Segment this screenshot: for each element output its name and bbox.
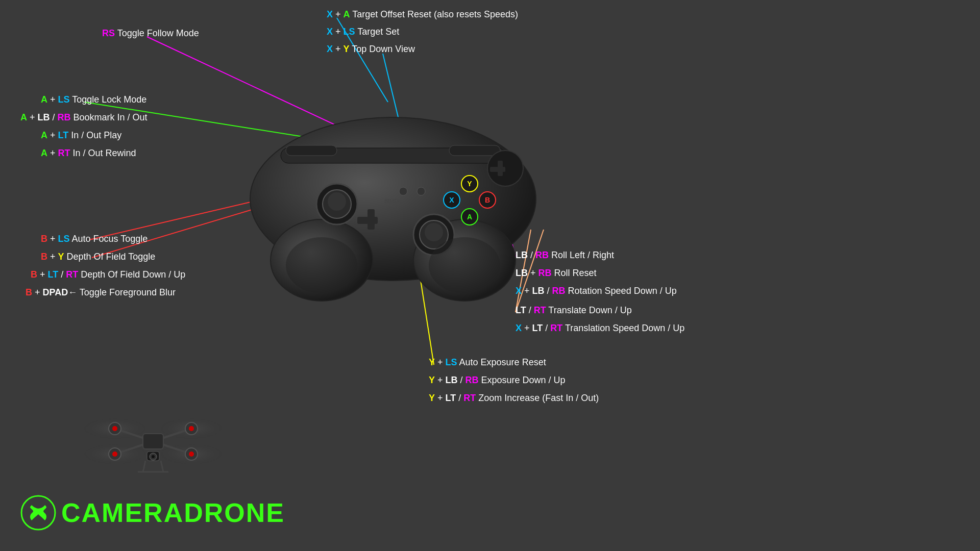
brand-text: CAMERADRONE xyxy=(61,497,285,528)
svg-point-31 xyxy=(399,187,407,195)
annotation-alb-rb-bookmark: A + LB / RB Bookmark In / Out xyxy=(20,112,148,123)
svg-text:A: A xyxy=(467,213,472,221)
svg-text:X: X xyxy=(449,196,454,204)
annotation-x-lt-rt-translation: X + LT / RT Translation Speed Down / Up xyxy=(516,323,684,334)
svg-point-54 xyxy=(112,426,117,431)
annotation-blt-rt-dof: B + LT / RT Depth Of Field Down / Up xyxy=(31,269,185,280)
annotation-y-lt-rt-zoom: Y + LT / RT Zoom Increase (Fast In / Out… xyxy=(429,393,599,404)
svg-rect-34 xyxy=(449,145,500,156)
annotation-by-dof: B + Y Depth Of Field Toggle xyxy=(41,252,155,262)
svg-line-63 xyxy=(161,461,163,472)
svg-point-20 xyxy=(425,223,443,241)
svg-rect-37 xyxy=(490,167,505,172)
brand-area: CAMERADRONE xyxy=(20,495,285,531)
svg-text:Pro 2: Pro 2 xyxy=(387,206,399,211)
svg-rect-33 xyxy=(286,145,337,156)
drone-image xyxy=(77,388,230,500)
svg-rect-30 xyxy=(357,217,378,224)
svg-point-17 xyxy=(328,192,346,211)
svg-point-57 xyxy=(189,452,194,457)
annotation-yls-exposure-reset: Y + LS Auto Exposure Reset xyxy=(429,357,546,368)
svg-text:Y: Y xyxy=(467,180,472,188)
annotation-xy-topdown: X + Y Top Down View xyxy=(327,44,415,55)
svg-text:B: B xyxy=(485,196,490,204)
annotation-y-lb-rb-exposure: Y + LB / RB Exposure Down / Up xyxy=(429,375,566,386)
svg-point-32 xyxy=(417,187,425,195)
annotation-xa-reset: X + A Target Offset Reset (also resets S… xyxy=(327,9,518,20)
annotation-rs-follow: RS Toggle Follow Mode xyxy=(102,28,199,39)
svg-rect-58 xyxy=(143,434,163,449)
controller-image: Y A X B 8BitDo Pro 2 xyxy=(219,66,567,311)
svg-point-55 xyxy=(189,426,194,431)
annotation-art-rewind: A + RT In / Out Rewind xyxy=(41,148,136,159)
svg-point-61 xyxy=(152,455,155,458)
annotation-als-lock: A + LS Toggle Lock Mode xyxy=(41,94,146,105)
annotation-alt-play: A + LT In / Out Play xyxy=(41,130,121,141)
svg-text:8BitDo: 8BitDo xyxy=(384,198,401,204)
svg-point-38 xyxy=(286,237,357,293)
annotation-xls-target: X + LS Target Set xyxy=(327,27,399,37)
xbox-logo xyxy=(20,495,56,531)
annotation-b-dpad-blur: B + DPAD← Toggle Foreground Blur xyxy=(26,287,176,298)
annotation-bls-autofocus: B + LS Auto Focus Toggle xyxy=(41,234,148,244)
svg-line-62 xyxy=(143,461,145,472)
svg-point-56 xyxy=(112,452,117,457)
svg-point-39 xyxy=(429,237,500,293)
